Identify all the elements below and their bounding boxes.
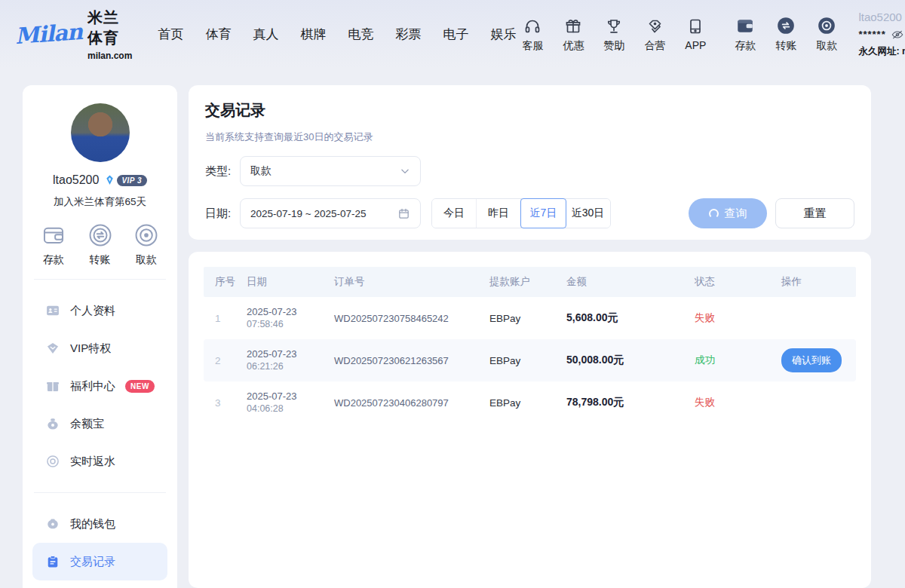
sidebar-quick-actions: 存款 转账 取款 <box>32 222 167 267</box>
nav-item-lottery[interactable]: 彩票 <box>395 26 421 43</box>
table-header-row: 序号 日期 订单号 提款账户 金额 状态 操作 <box>204 267 856 297</box>
page-title: 交易记录 <box>205 100 854 121</box>
headset-icon <box>523 16 541 35</box>
transactions-table-card: 序号 日期 订单号 提款账户 金额 状态 操作 1 2025-07-23 07:… <box>189 252 871 588</box>
sidebar-deposit-label: 存款 <box>43 253 64 267</box>
sidebar-item-welfare[interactable]: 福利中心 NEW <box>32 367 167 405</box>
row-date: 2025-07-23 <box>247 348 334 361</box>
partner-button[interactable]: 合营 <box>638 16 671 53</box>
deposit-button[interactable]: 存款 <box>729 16 762 53</box>
main-nav: 首页 体育 真人 棋牌 电竞 彩票 电子 娱乐 <box>158 26 516 43</box>
sidebar-item-label: 我的钱包 <box>70 517 115 531</box>
sidebar-item-label: 实时返水 <box>70 455 115 469</box>
sidebar-item-rebate[interactable]: 实时返水 <box>32 443 167 480</box>
username[interactable]: ltao5200 <box>858 11 902 23</box>
date-range-value: 2025-07-19 ~ 2025-07-25 <box>250 208 397 219</box>
nav-item-esports[interactable]: 电竞 <box>348 26 373 43</box>
service-button[interactable]: 客服 <box>516 16 549 53</box>
rebate-icon <box>45 454 60 469</box>
row-amount: 50,008.00元 <box>566 354 695 367</box>
range-30days-button[interactable]: 近30日 <box>566 199 610 228</box>
row-number: 1 <box>215 313 247 324</box>
col-header-no: 序号 <box>215 275 247 289</box>
col-header-action: 操作 <box>781 275 856 289</box>
sidebar-deposit-button[interactable]: 存款 <box>41 222 66 267</box>
service-label: 客服 <box>522 39 543 53</box>
sidebar-username: ltao5200 <box>53 173 99 187</box>
date-range-presets: 今日 昨日 近7日 近30日 <box>431 198 611 228</box>
money-bag-icon <box>45 416 60 431</box>
sidebar-item-transactions[interactable]: 交易记录 <box>32 543 167 580</box>
row-action-cell: 确认到账 <box>781 348 856 372</box>
sponsor-label: 赞助 <box>603 39 624 53</box>
row-order-number: WD202507230758465242 <box>334 313 489 324</box>
nav-item-entertainment[interactable]: 娱乐 <box>490 26 516 43</box>
sidebar-withdraw-button[interactable]: 取款 <box>133 222 159 267</box>
sidebar-item-wallet[interactable]: 我的钱包 <box>32 505 167 543</box>
reset-button[interactable]: 重置 <box>775 198 854 228</box>
site-logo[interactable]: Milan 米兰体育 milan.com <box>15 8 132 61</box>
tags-icon <box>646 16 664 35</box>
row-account: EBPay <box>489 397 566 409</box>
sidebar-item-vip[interactable]: VIP特权 <box>32 329 167 367</box>
row-amount: 78,798.00元 <box>566 396 695 409</box>
col-header-account: 提款账户 <box>489 275 566 289</box>
row-account: EBPay <box>489 355 566 366</box>
gift-icon <box>564 16 582 35</box>
phone-icon <box>686 16 704 35</box>
logo-cn-text: 米兰体育 <box>87 8 132 48</box>
header-wallet-icons: 存款 转账 取款 <box>729 16 843 53</box>
wallet-outline-icon <box>41 222 66 248</box>
nav-item-home[interactable]: 首页 <box>158 26 183 43</box>
sidebar-item-bets[interactable]: 投注记录 <box>32 580 167 588</box>
sidebar-item-label: 福利中心 <box>70 379 115 394</box>
sidebar-avatar[interactable] <box>71 103 130 162</box>
withdraw-button[interactable]: 取款 <box>810 16 843 53</box>
page-subtitle: 当前系统支持查询最近30日的交易记录 <box>205 130 854 144</box>
range-7days-button[interactable]: 近7日 <box>520 198 566 228</box>
diamond-icon <box>45 341 60 356</box>
type-filter-row: 类型: 取款 <box>205 156 854 186</box>
clipboard-icon <box>45 554 60 569</box>
transfer-button[interactable]: 转账 <box>769 16 802 53</box>
eye-off-icon[interactable] <box>891 29 903 40</box>
top-header: Milan 米兰体育 milan.com 首页 体育 真人 棋牌 电竞 彩票 电… <box>0 0 905 68</box>
logo-domain-text: milan.com <box>87 51 132 61</box>
row-date: 2025-07-23 <box>247 305 334 319</box>
sponsor-button[interactable]: 赞助 <box>597 16 630 53</box>
col-header-order: 订单号 <box>334 275 489 289</box>
app-button[interactable]: APP <box>679 16 712 53</box>
promo-button[interactable]: 优惠 <box>557 16 590 53</box>
sidebar-item-label: 个人资料 <box>70 304 115 318</box>
sidebar-item-label: 交易记录 <box>70 555 115 569</box>
sidebar-item-yuebao[interactable]: 余额宝 <box>32 405 167 443</box>
balance-masked: ****** <box>858 29 885 39</box>
range-today-button[interactable]: 今日 <box>432 199 477 228</box>
withdraw-outline-icon <box>133 222 159 248</box>
nav-item-chess[interactable]: 棋牌 <box>300 26 326 43</box>
type-label: 类型: <box>205 164 240 179</box>
table-row: 3 2025-07-23 04:06:28 WD2025072304062807… <box>204 381 856 424</box>
type-select[interactable]: 取款 <box>240 156 421 186</box>
row-datetime: 2025-07-23 07:58:46 <box>247 305 334 331</box>
sidebar-divider <box>34 279 166 280</box>
row-time: 07:58:46 <box>247 318 334 331</box>
confirm-receipt-button[interactable]: 确认到账 <box>781 348 842 372</box>
nav-item-slots[interactable]: 电子 <box>443 26 468 43</box>
partner-label: 合营 <box>644 39 665 53</box>
transfer-outline-icon <box>87 222 113 248</box>
sidebar-withdraw-label: 取款 <box>136 253 157 267</box>
sidebar-item-label: VIP特权 <box>70 341 111 356</box>
nav-item-live[interactable]: 真人 <box>253 26 278 43</box>
withdraw-label: 取款 <box>816 39 837 53</box>
nav-item-sports[interactable]: 体育 <box>205 26 231 43</box>
sidebar-item-profile[interactable]: 个人资料 <box>32 292 167 329</box>
query-button[interactable]: 查询 <box>689 198 767 228</box>
sidebar-transfer-label: 转账 <box>90 253 111 267</box>
row-status: 失败 <box>695 396 781 409</box>
row-time: 06:21:26 <box>247 360 334 373</box>
range-yesterday-button[interactable]: 昨日 <box>477 199 521 228</box>
date-range-input[interactable]: 2025-07-19 ~ 2025-07-25 <box>240 198 421 228</box>
sidebar-transfer-button[interactable]: 转账 <box>87 222 113 267</box>
vip-diamond-icon <box>104 175 115 185</box>
